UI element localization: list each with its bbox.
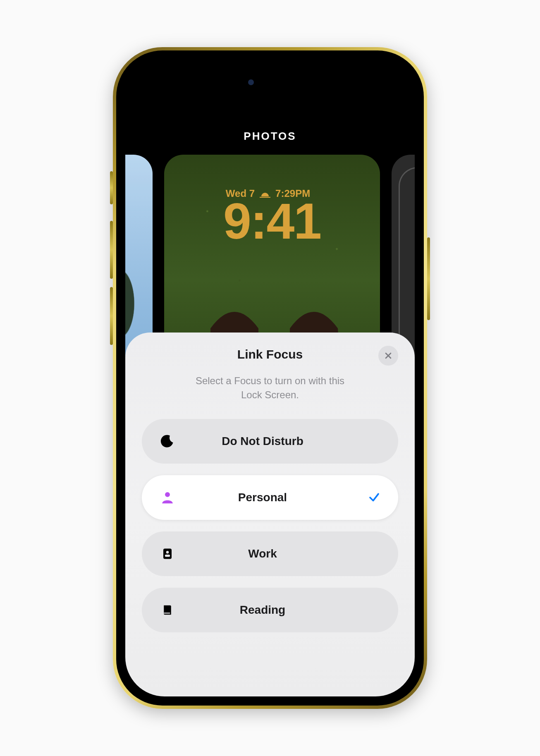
link-focus-sheet: Link Focus Select a Focus to turn on wit… — [125, 333, 415, 696]
close-button[interactable] — [378, 346, 398, 366]
focus-list: Do Not Disturb — [142, 419, 398, 632]
focus-item-work[interactable]: Work — [142, 531, 398, 576]
dynamic-island — [222, 69, 318, 94]
focus-item-personal[interactable]: Personal — [142, 475, 398, 520]
sheet-description: Select a Focus to turn on with this Lock… — [142, 374, 398, 402]
focus-item-label: Personal — [158, 491, 367, 504]
gallery-title: PHOTOS — [125, 130, 415, 143]
power-button[interactable] — [427, 237, 430, 320]
sheet-title: Link Focus — [142, 347, 398, 361]
volume-up-button[interactable] — [110, 221, 113, 279]
sheet-header: Link Focus — [142, 347, 398, 361]
close-icon — [384, 352, 392, 360]
focus-item-label: Work — [158, 547, 367, 560]
check-icon — [367, 490, 382, 505]
screen: PHOTOS Wed 7 7:29PM 9:41 — [125, 60, 415, 696]
mute-switch[interactable] — [110, 171, 113, 204]
focus-item-label: Reading — [158, 603, 367, 617]
focus-item-do-not-disturb[interactable]: Do Not Disturb — [142, 419, 398, 464]
phone-frame: PHOTOS Wed 7 7:29PM 9:41 — [113, 47, 427, 709]
stage: PHOTOS Wed 7 7:29PM 9:41 — [0, 0, 540, 756]
focus-item-reading[interactable]: Reading — [142, 588, 398, 632]
phone-bezel: PHOTOS Wed 7 7:29PM 9:41 — [116, 50, 424, 706]
focus-item-label: Do Not Disturb — [158, 435, 367, 448]
lockscreen-time: 9:41 — [164, 196, 380, 246]
volume-down-button[interactable] — [110, 287, 113, 345]
